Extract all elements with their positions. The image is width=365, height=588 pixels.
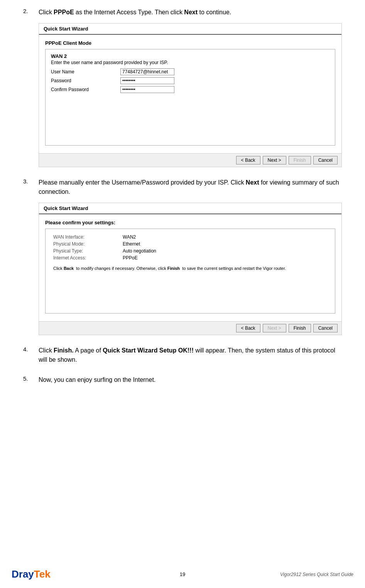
username-input[interactable] (120, 68, 174, 75)
summary-physical-mode-key: Physical Mode: (53, 241, 123, 247)
next-button-1[interactable]: Next > (263, 156, 286, 164)
summary-internet-access-val: PPPoE (123, 255, 138, 261)
password-label: Password (51, 78, 120, 83)
logo-tek: Tek (34, 568, 51, 580)
logo-dray: Dray (12, 568, 34, 580)
step-4-text: Click Finish. A page of Quick Start Wiza… (39, 346, 342, 364)
wizard-2-body: Please confirm your settings: WAN Interf… (39, 214, 341, 321)
back-button-2[interactable]: < Back (236, 324, 260, 332)
step-2-text: Click PPPoE as the Internet Access Type.… (39, 8, 231, 17)
step-5-text: Now, you can enjoy surfing on the Intern… (39, 375, 155, 385)
wizard-2-buttons: < Back Next > Finish Cancel (39, 321, 341, 335)
wizard-1: Quick Start Wizard PPPoE Client Mode WAN… (39, 23, 342, 167)
summary-physical-mode: Physical Mode: Ethernet (53, 241, 327, 247)
step-4-row: 4. Click Finish. A page of Quick Start W… (23, 346, 342, 364)
step-3-text: Please manually enter the Username/Passw… (39, 178, 342, 197)
page-footer: DrayTek 19 Vigor2912 Series Quick Start … (0, 568, 365, 580)
wan-subtitle: Enter the user name and password provide… (51, 60, 330, 65)
summary-internet-access-key: Internet Access: (53, 255, 123, 261)
wizard-1-inner-box: WAN 2 Enter the user name and password p… (45, 49, 335, 146)
username-label: User Name (51, 69, 120, 75)
summary-physical-mode-val: Ethernet (123, 241, 140, 247)
summary-box: WAN Interface: WAN2 Physical Mode: Ether… (45, 229, 335, 313)
summary-physical-type: Physical Type: Auto negotiation (53, 248, 327, 254)
confirm-password-label: Confirm Password (51, 87, 120, 92)
wizard-1-section-label: PPPoE Client Mode (45, 40, 335, 46)
step-2-row: 2. Click PPPoE as the Internet Access Ty… (23, 8, 342, 17)
step-3-number: 3. (23, 178, 39, 185)
step-3-block: 3. Please manually enter the Username/Pa… (23, 178, 342, 335)
step-5-row: 5. Now, you can enjoy surfing on the Int… (23, 375, 342, 385)
step-5-block: 5. Now, you can enjoy surfing on the Int… (23, 375, 342, 385)
wan-title: WAN 2 (51, 53, 330, 59)
step-4-block: 4. Click Finish. A page of Quick Start W… (23, 346, 342, 364)
wizard-2-title: Quick Start Wizard (39, 203, 341, 214)
summary-note: Click Back to modify changes if necessar… (53, 265, 327, 272)
step-2-number: 2. (23, 8, 39, 14)
step-2-block: 2. Click PPPoE as the Internet Access Ty… (23, 8, 342, 167)
username-row: User Name (51, 68, 330, 75)
step-4-number: 4. (23, 346, 39, 352)
finish-button-1: Finish (289, 156, 311, 164)
summary-wan-interface: WAN Interface: WAN2 (53, 234, 327, 240)
step-5-number: 5. (23, 375, 39, 382)
next-button-2: Next > (263, 324, 286, 332)
back-button-1[interactable]: < Back (236, 156, 260, 164)
cancel-button-1[interactable]: Cancel (313, 156, 338, 164)
confirm-password-row: Confirm Password (51, 86, 330, 93)
summary-physical-type-key: Physical Type: (53, 248, 123, 254)
footer-logo: DrayTek (12, 568, 51, 580)
summary-wan-interface-key: WAN Interface: (53, 234, 123, 240)
wizard-1-body: PPPoE Client Mode WAN 2 Enter the user n… (39, 35, 341, 153)
summary-wan-interface-val: WAN2 (123, 234, 136, 240)
confirm-label: Please confirm your settings: (45, 220, 335, 225)
summary-internet-access: Internet Access: PPPoE (53, 255, 327, 261)
password-row: Password (51, 77, 330, 84)
password-input[interactable] (120, 77, 174, 84)
finish-button-2[interactable]: Finish (289, 324, 311, 332)
summary-physical-type-val: Auto negotiation (123, 248, 156, 254)
wizard-1-buttons: < Back Next > Finish Cancel (39, 153, 341, 167)
wizard-1-title: Quick Start Wizard (39, 24, 341, 35)
wizard-2: Quick Start Wizard Please confirm your s… (39, 203, 342, 335)
footer-guide-title: Vigor2912 Series Quick Start Guide (280, 572, 353, 577)
footer-page-number: 19 (180, 571, 185, 577)
step-3-row: 3. Please manually enter the Username/Pa… (23, 178, 342, 197)
cancel-button-2[interactable]: Cancel (313, 324, 338, 332)
confirm-password-input[interactable] (120, 86, 174, 93)
